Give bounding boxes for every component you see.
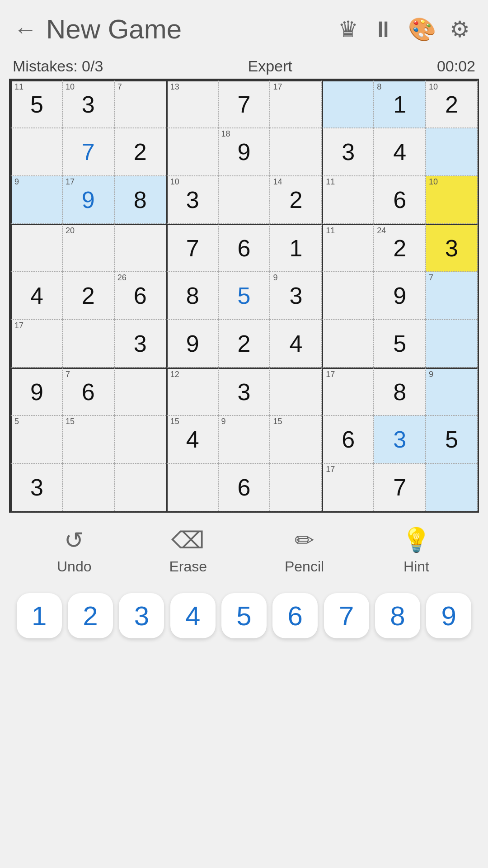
table-row[interactable]: 4 [270,320,322,368]
table-row[interactable]: 15 [62,415,114,463]
table-row[interactable] [322,272,374,320]
table-row[interactable]: 9 [218,415,270,463]
table-row[interactable]: 242 [374,224,426,272]
table-row[interactable]: 103 [62,80,114,128]
table-row[interactable]: 8 [166,272,218,320]
numpad-button-9[interactable]: 9 [426,593,471,638]
back-button[interactable]: ← [14,16,37,43]
table-row[interactable] [270,463,322,511]
table-row[interactable]: 7 [218,80,270,128]
table-row[interactable] [114,224,166,272]
table-row[interactable]: 3 [426,224,478,272]
numpad-button-1[interactable]: 1 [17,593,62,638]
hint-button[interactable]: 💡 Hint [402,526,431,575]
table-row[interactable]: 3 [218,368,270,415]
table-row[interactable] [114,415,166,463]
table-row[interactable]: 17 [322,463,374,511]
pencil-button[interactable]: ✏ Pencil [285,527,324,575]
table-row[interactable]: 2 [62,272,114,320]
table-row[interactable]: 6 [218,463,270,511]
table-row[interactable]: 7 [426,272,478,320]
table-row[interactable] [62,463,114,511]
table-row[interactable]: 3 [322,128,374,176]
table-row[interactable]: 6 [322,415,374,463]
table-row[interactable] [322,320,374,368]
table-row[interactable]: 154 [166,415,218,463]
table-row[interactable]: 103 [166,176,218,224]
table-row[interactable]: 9 [426,368,478,415]
table-row[interactable]: 76 [62,368,114,415]
table-row[interactable] [322,80,374,128]
table-row[interactable]: 17 [322,368,374,415]
table-row[interactable] [166,128,218,176]
table-row[interactable] [426,463,478,511]
table-row[interactable]: 81 [374,80,426,128]
numpad-button-5[interactable]: 5 [221,593,267,638]
numpad-button-8[interactable]: 8 [375,593,420,638]
table-row[interactable]: 1 [270,224,322,272]
crown-icon[interactable]: ♛ [338,16,358,42]
table-row[interactable]: 6 [374,176,426,224]
table-row[interactable]: 7 [62,128,114,176]
table-row[interactable]: 5 [374,320,426,368]
table-row[interactable] [166,463,218,511]
table-row[interactable]: 9 [10,176,62,224]
table-row[interactable]: 266 [114,272,166,320]
table-row[interactable]: 6 [218,224,270,272]
table-row[interactable]: 15 [270,415,322,463]
undo-button[interactable]: ↺ Undo [57,527,92,575]
table-row[interactable]: 20 [62,224,114,272]
table-row[interactable]: 10 [426,176,478,224]
table-row[interactable]: 2 [218,320,270,368]
numpad-button-6[interactable]: 6 [272,593,318,638]
table-row[interactable]: 102 [426,80,478,128]
table-row[interactable]: 4 [10,272,62,320]
settings-icon[interactable]: ⚙ [450,16,470,42]
table-row[interactable]: 11 [322,224,374,272]
table-row[interactable] [114,463,166,511]
table-row[interactable]: 179 [62,176,114,224]
numpad-button-7[interactable]: 7 [324,593,369,638]
table-row[interactable]: 189 [218,128,270,176]
table-row[interactable] [10,224,62,272]
table-row[interactable]: 115 [10,80,62,128]
table-row[interactable] [114,368,166,415]
table-row[interactable]: 3 [374,415,426,463]
table-row[interactable] [62,320,114,368]
table-row[interactable]: 2 [114,128,166,176]
table-row[interactable] [426,128,478,176]
table-row[interactable]: 8 [114,176,166,224]
table-row[interactable]: 142 [270,176,322,224]
table-row[interactable]: 12 [166,368,218,415]
table-row[interactable]: 11 [322,176,374,224]
table-row[interactable]: 93 [270,272,322,320]
numpad-button-2[interactable]: 2 [68,593,113,638]
table-row[interactable]: 3 [10,463,62,511]
erase-button[interactable]: ⌫ Erase [169,527,207,575]
palette-icon[interactable]: 🎨 [408,16,436,42]
table-row[interactable]: 17 [270,80,322,128]
table-row[interactable]: 7 [374,463,426,511]
table-row[interactable]: 8 [374,368,426,415]
table-row[interactable]: 7 [166,224,218,272]
numpad-button-3[interactable]: 3 [119,593,164,638]
table-row[interactable]: 3 [114,320,166,368]
table-row[interactable] [426,320,478,368]
table-row[interactable]: 5 [426,415,478,463]
table-row[interactable]: 4 [374,128,426,176]
table-row[interactable] [270,368,322,415]
table-row[interactable]: 9 [166,320,218,368]
table-row[interactable] [270,128,322,176]
table-row[interactable]: 13 [166,80,218,128]
table-row[interactable]: 5 [218,272,270,320]
table-row[interactable]: 7 [114,80,166,128]
table-row[interactable]: 5 [10,415,62,463]
cell-note: 11 [14,83,23,91]
table-row[interactable] [10,128,62,176]
numpad-button-4[interactable]: 4 [170,593,216,638]
table-row[interactable]: 17 [10,320,62,368]
table-row[interactable] [218,176,270,224]
table-row[interactable]: 9 [10,368,62,415]
table-row[interactable]: 9 [374,272,426,320]
pause-icon[interactable]: ⏸ [372,16,394,42]
